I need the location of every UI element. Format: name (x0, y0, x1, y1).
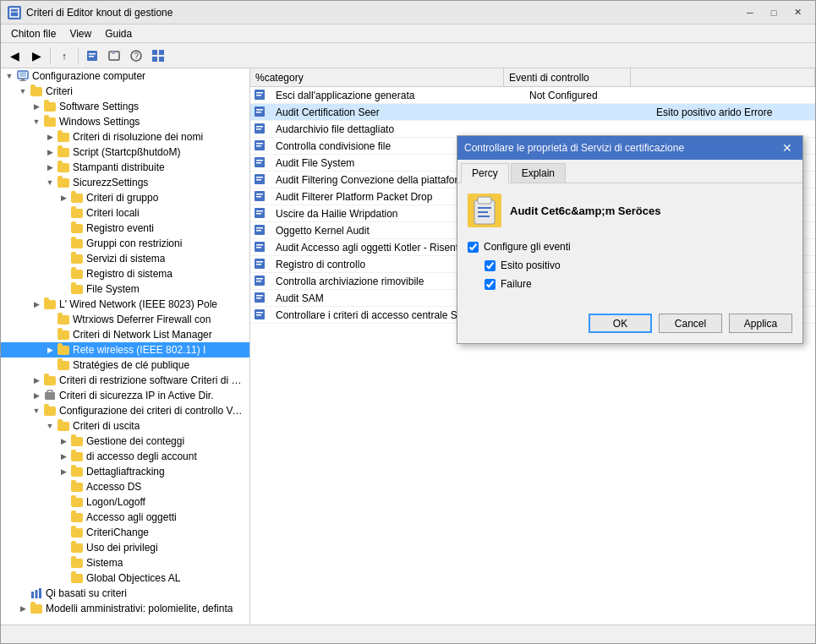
mod-expander[interactable]: ▶ (16, 602, 30, 615)
dialog-cancel-button[interactable]: Cancel (659, 314, 722, 333)
rs-expander[interactable]: ▶ (57, 267, 70, 281)
criteri-expander[interactable]: ▼ (16, 85, 30, 98)
tree-item-config[interactable]: ▼ Configurazione dei criteri di controll… (1, 403, 249, 418)
tree-item-accesso-ds[interactable]: ▶ Accesso DS (1, 479, 249, 494)
qi-label: Qi basati su criteri (46, 587, 127, 599)
account-expander[interactable]: ▶ (57, 450, 70, 463)
header-eventi[interactable]: Eventi di controllo (504, 68, 631, 86)
dettagli-expander[interactable]: ▶ (57, 465, 70, 478)
tree-item-windows[interactable]: ▼ Windows Settings (1, 114, 249, 129)
script-expander[interactable]: ▶ (43, 145, 57, 159)
close-button[interactable]: ✕ (786, 4, 808, 21)
tree-item-nlm[interactable]: ▶ Criteri di Network List Manager (1, 327, 249, 342)
list-row-0[interactable]: Esci dall'applicazione generata Not Conf… (250, 87, 815, 104)
tree-item-wtrxiows[interactable]: ▶ Wtrxiows Deferrer Firewall con (1, 312, 249, 327)
toolbar-btn3[interactable] (82, 46, 102, 66)
tree-item-filesystem[interactable]: ▶ File System (1, 281, 249, 297)
ao-expander[interactable]: ▶ (57, 510, 70, 524)
checkbox-esito[interactable] (485, 260, 496, 271)
list-row-1[interactable]: Audit Certification Seer Esito positivo … (250, 104, 815, 121)
tree-item-stampanti[interactable]: ▶ Stampanti distribuite (1, 160, 249, 175)
restr-expander[interactable]: ▶ (30, 374, 43, 387)
tree-item-sicurezza[interactable]: ▼ SicurezzSettings (1, 175, 249, 190)
re-expander[interactable]: ▶ (57, 221, 70, 235)
maximize-button[interactable]: □ (763, 4, 785, 21)
tree-item-restrizione[interactable]: ▶ Criteri di restrizione software Criter… (1, 373, 249, 388)
cc-expander[interactable]: ▶ (57, 526, 70, 539)
tree-item-accesso-oggetti[interactable]: ▶ Accesso agli oggetti (1, 510, 249, 525)
dialog-close-button[interactable]: ✕ (779, 139, 796, 156)
sicurezza-expander[interactable]: ▼ (43, 176, 57, 189)
tree-item-dettagli[interactable]: ▶ Dettagliaftracking (1, 464, 249, 479)
uscita-expander[interactable]: ▼ (43, 419, 57, 433)
servizi-expander[interactable]: ▶ (57, 252, 70, 265)
checkbox-failure[interactable] (485, 279, 496, 290)
tree-item-sicip[interactable]: ▶ Criteri di sicurezza IP in Active Dir. (1, 388, 249, 403)
toolbar-up[interactable]: ↑ (54, 46, 74, 66)
tree-item-account[interactable]: ▶ di accesso degli account (1, 449, 249, 464)
tree-item-registro-eventi[interactable]: ▶ Registro eventi (1, 221, 249, 236)
nlm-expander[interactable]: ▶ (43, 328, 57, 341)
toolbar-back[interactable]: ◀ (4, 46, 25, 66)
checkbox-configure[interactable] (468, 242, 479, 253)
toolbar-btn4[interactable] (104, 46, 124, 66)
gruppo-expander[interactable]: ▶ (57, 191, 70, 205)
logon-expander[interactable]: ▶ (57, 495, 70, 509)
tree-item-criteri[interactable]: ▼ Criteri (1, 84, 249, 99)
root-expander[interactable]: ▼ (3, 69, 16, 83)
tree-item-global[interactable]: ▶ Global Objectices AL (1, 570, 249, 586)
fs-expander[interactable]: ▶ (57, 282, 70, 296)
tree-item-software[interactable]: ▶ Software Settings (1, 99, 249, 114)
risoluzione-expander[interactable]: ▶ (43, 130, 57, 144)
qi-expander[interactable]: ▶ (16, 587, 30, 600)
tree-item-gruppo[interactable]: ▶ Criteri di gruppo (1, 190, 249, 205)
dialog-properties[interactable]: Controllare le proprietà di Servizi di c… (457, 135, 803, 344)
wireless-expander[interactable]: ▶ (43, 343, 57, 357)
wired-expander[interactable]: ▶ (30, 297, 43, 311)
tree-item-servizi[interactable]: ▶ Servizi di sistema (1, 251, 249, 266)
dialog-ok-button[interactable]: OK (589, 314, 652, 333)
tree-item-gestione[interactable]: ▶ Gestione dei conteggi (1, 434, 249, 449)
tree-item-logon[interactable]: ▶ Logon/Logoff (1, 494, 249, 510)
tree-item-strat[interactable]: ▶ Stratégies de clé publique (1, 357, 249, 373)
tree-item-criteri-change[interactable]: ▶ CriteriChange (1, 525, 249, 540)
config-expander[interactable]: ▼ (30, 404, 43, 418)
toolbar-btn6[interactable] (148, 46, 168, 66)
dialog-apply-button[interactable]: Applica (729, 314, 792, 333)
gestione-expander[interactable]: ▶ (57, 434, 70, 448)
tree-root[interactable]: ▼ Configurazione computer (1, 68, 249, 84)
menu-view[interactable]: View (63, 26, 98, 41)
toolbar-forward[interactable]: ▶ (26, 46, 47, 66)
menu-help[interactable]: Guida (98, 26, 139, 41)
tree-item-registro-sistema[interactable]: ▶ Registro di sistema (1, 266, 249, 281)
tree-item-locali[interactable]: ▶ Criteri locali (1, 205, 249, 221)
tree-item-risoluzione[interactable]: ▶ Criteri di risoluzione dei nomi (1, 129, 249, 145)
ads-expander[interactable]: ▶ (57, 480, 70, 494)
windows-expander[interactable]: ▼ (30, 115, 43, 128)
menu-file[interactable]: Chiton file (4, 26, 63, 41)
tree-footer-modelli[interactable]: ▶ Modelli amministrativi: polomielite, d… (1, 601, 249, 616)
header-category[interactable]: %category (250, 68, 504, 86)
strat-expander[interactable]: ▶ (43, 358, 57, 372)
uso-expander[interactable]: ▶ (57, 541, 70, 554)
software-expander[interactable]: ▶ (30, 100, 43, 113)
global-expander[interactable]: ▶ (57, 571, 70, 585)
dialog-tab-percy[interactable]: Percy (461, 163, 509, 183)
tree-item-sistema[interactable]: ▶ Sistema (1, 555, 249, 570)
dialog-tab-explain[interactable]: Explain (511, 163, 566, 183)
tree-item-uso[interactable]: ▶ Uso dei privilegi (1, 540, 249, 555)
gruppi-expander[interactable]: ▶ (57, 237, 70, 250)
tree-item-wireless[interactable]: ▶ Rete wireless (IEEE 802.11) I (1, 342, 249, 357)
stampanti-expander[interactable]: ▶ (43, 161, 57, 174)
tree-item-wired[interactable]: ▶ L' Wired Network (IEEE 8023) Pole (1, 297, 249, 312)
toolbar-btn5[interactable]: ? (126, 46, 146, 66)
sicip-expander[interactable]: ▶ (30, 389, 43, 402)
locali-expander[interactable]: ▶ (57, 206, 70, 220)
wtrx-expander[interactable]: ▶ (43, 313, 57, 326)
tree-item-uscita[interactable]: ▼ Criteri di uscita (1, 418, 249, 434)
tree-footer-qi[interactable]: ▶ Qi basati su criteri (1, 586, 249, 601)
sistema-expander[interactable]: ▶ (57, 556, 70, 570)
minimize-button[interactable]: ─ (739, 4, 761, 21)
tree-item-gruppi[interactable]: ▶ Gruppi con restrizioni (1, 236, 249, 251)
tree-item-script[interactable]: ▶ Script (StartcpßhutdoM) (1, 145, 249, 160)
